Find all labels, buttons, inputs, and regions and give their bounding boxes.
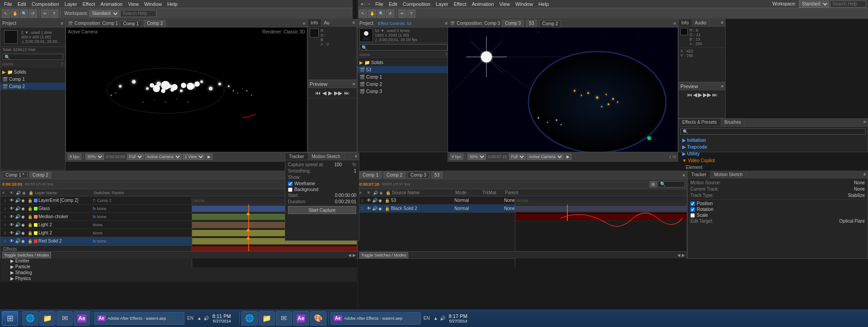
menu-layer-right[interactable]: Layer: [434, 1, 451, 7]
workspace-select-left[interactable]: Standard: [89, 10, 119, 17]
prev-first-right[interactable]: ⏮: [687, 92, 692, 98]
ctrl-quality-left[interactable]: Full: [127, 154, 144, 160]
taskbar-window-ae1[interactable]: Ae Adobe After Effects - water4.aep: [94, 312, 184, 325]
menu-file-left[interactable]: File: [2, 1, 14, 7]
tool-zoom-right[interactable]: 🔍: [377, 9, 385, 18]
proj-item-comp2-left[interactable]: 🎬 Comp 2: [0, 83, 65, 90]
search-help-left[interactable]: [120, 10, 156, 17]
prev-first-left[interactable]: ⏮: [315, 90, 321, 96]
taskbar-mail-right[interactable]: ✉: [276, 311, 292, 326]
timeline-tab-comp2-right[interactable]: Comp 2: [383, 172, 406, 178]
tracker-tab-motion-left[interactable]: Motion Sketch: [308, 153, 344, 160]
taskbar-ae1[interactable]: Ae: [74, 311, 90, 326]
tool-rotate-right[interactable]: ↺: [386, 9, 394, 18]
layer-eye-r1[interactable]: 👁: [366, 198, 372, 203]
comp-tab-comp2-right[interactable]: Comp 2: [539, 20, 561, 27]
prev-back-right[interactable]: ◀: [693, 92, 697, 98]
ctrl-draft-right[interactable]: ▶: [565, 154, 571, 160]
tool-hand[interactable]: ✋: [11, 9, 19, 18]
prev-play-left[interactable]: ▶: [328, 90, 332, 96]
layer-audio-1[interactable]: 🔊: [15, 198, 21, 203]
tracker-close-left[interactable]: ≡: [353, 153, 359, 160]
proj-item-53-right[interactable]: 🎬 53: [358, 66, 449, 73]
menu-anim-right[interactable]: Animation: [469, 1, 496, 7]
comp-tab-2-left[interactable]: Comp 2: [144, 20, 166, 27]
proj-item-comp1-left[interactable]: 🎬 Comp 1: [0, 75, 65, 83]
menu-window-left[interactable]: Window: [142, 1, 164, 7]
proj-item-comp2-right[interactable]: 🎬 Comp 2: [358, 80, 449, 88]
project-close-left[interactable]: ≡: [61, 21, 63, 26]
menu-view-left[interactable]: View: [126, 1, 141, 7]
taskbar-explorer[interactable]: 📁: [39, 311, 56, 326]
menu-effect-left[interactable]: Effect: [80, 1, 97, 7]
tool-zoom[interactable]: 🔍: [20, 9, 28, 18]
taskbar-window-ae2[interactable]: Ae Adobe After Effects - water4.aep: [330, 312, 421, 325]
menu-comp-left[interactable]: Composition: [29, 1, 61, 7]
tl-btn1-right[interactable]: ⊞: [650, 181, 657, 187]
timeline-tab-comp1-right[interactable]: Comp 1: [359, 172, 382, 178]
prev-forward-left[interactable]: ▶▶: [334, 90, 342, 96]
timeline-tab-comp1-left[interactable]: Comp 1 *: [2, 172, 28, 178]
preview-close-left[interactable]: ≡: [353, 82, 355, 86]
taskbar-browser[interactable]: 🌐: [22, 311, 38, 326]
layer-lock-6[interactable]: 🔒: [28, 239, 34, 243]
layer-lock-r2[interactable]: 🔒: [385, 206, 391, 211]
ep-tab-effects[interactable]: Effects & Presets: [679, 119, 721, 126]
prev-last-left[interactable]: ⏭: [344, 90, 349, 96]
layer-audio-4[interactable]: 🔊: [15, 222, 21, 227]
search-help-right[interactable]: [830, 0, 866, 8]
timeline-close-right[interactable]: ≡: [683, 173, 685, 178]
prev-forward-right[interactable]: ▶▶: [703, 92, 711, 98]
tracker-rotation-check[interactable]: [690, 207, 695, 212]
start-button[interactable]: ⊞: [2, 311, 18, 326]
tracker-bg-check[interactable]: [288, 187, 292, 192]
info-close-left[interactable]: ≡: [351, 19, 357, 26]
timeline-tab-comp2-left[interactable]: Comp 2: [29, 172, 52, 178]
menu-help-left[interactable]: Help: [165, 1, 180, 7]
effect-shading[interactable]: ▶ Shading: [9, 270, 355, 276]
tool-pen-right[interactable]: ✏: [398, 9, 406, 18]
layer-eye-2[interactable]: 👁: [9, 206, 15, 211]
taskbar-ae-right[interactable]: Ae: [293, 311, 309, 326]
menu-effect-right[interactable]: Effect: [452, 1, 469, 7]
info-tab-audio-left[interactable]: Au: [321, 19, 333, 26]
tool-rotate[interactable]: ↺: [29, 9, 37, 18]
comp-viewer-close-left[interactable]: ≡: [303, 21, 305, 26]
taskbar-browser-right[interactable]: 🌐: [241, 311, 258, 326]
menu-window-right[interactable]: Window: [513, 1, 535, 7]
ctrl-zoom-left[interactable]: 50%: [85, 154, 104, 160]
layer-audio-5[interactable]: 🔊: [15, 230, 21, 235]
ep-utility[interactable]: ▶ Utility: [680, 150, 866, 157]
ep-element[interactable]: Element: [680, 164, 866, 171]
info-tab-info-left[interactable]: Info: [308, 19, 321, 26]
tracker-close-right[interactable]: ≡: [862, 171, 868, 178]
ep-tab-brushes[interactable]: Brushes: [721, 119, 745, 126]
tracker-scale-check[interactable]: [690, 213, 695, 218]
status-switches-btn-right[interactable]: Toggle Switches / Modes: [359, 252, 408, 258]
proj-item-solids-right[interactable]: ▶ 📁 Solids: [358, 59, 449, 66]
ep-initiation[interactable]: ▶ Initiation: [680, 137, 866, 144]
comp-tab-1-left[interactable]: Comp 1: [120, 20, 142, 27]
proj-item-comp1-right[interactable]: 🎬 Comp 1: [358, 73, 449, 80]
workspace-select-right[interactable]: Standard: [799, 0, 829, 8]
proj-item-solids-left[interactable]: ▶ 📁 Solids: [0, 68, 65, 75]
project-search-right[interactable]: [359, 44, 448, 51]
tool-select-right[interactable]: ↖: [359, 9, 367, 18]
ep-trapcode[interactable]: ▶ Trapcode: [680, 144, 866, 150]
layer-solo-r2[interactable]: ◉: [378, 206, 385, 211]
tool-text-right[interactable]: T: [407, 9, 415, 18]
tracker-position-check[interactable]: [690, 201, 695, 206]
menu-edit-right[interactable]: Edit: [387, 1, 400, 7]
layer-audio-3[interactable]: 🔊: [15, 214, 21, 219]
layer-solo-4[interactable]: ◉: [21, 223, 28, 227]
layer-lock-1[interactable]: 🔒: [28, 198, 34, 203]
ctrl-views-left[interactable]: 1 View: [183, 154, 205, 160]
timeline-tab-comp3-right[interactable]: Comp 3: [407, 172, 429, 178]
layer-solo-6[interactable]: ◉: [21, 239, 28, 243]
status-switches-btn-left[interactable]: Toggle Switches / Modes: [2, 252, 51, 258]
taskbar-explorer-right[interactable]: 📁: [259, 311, 275, 326]
effect-controls-tab[interactable]: Effect Controls: 53: [378, 21, 411, 26]
layer-lock-2[interactable]: 🔒: [28, 206, 34, 211]
ctrl-camera-right[interactable]: Active Camera: [527, 154, 564, 160]
layer-solo-2[interactable]: ◉: [21, 206, 28, 211]
